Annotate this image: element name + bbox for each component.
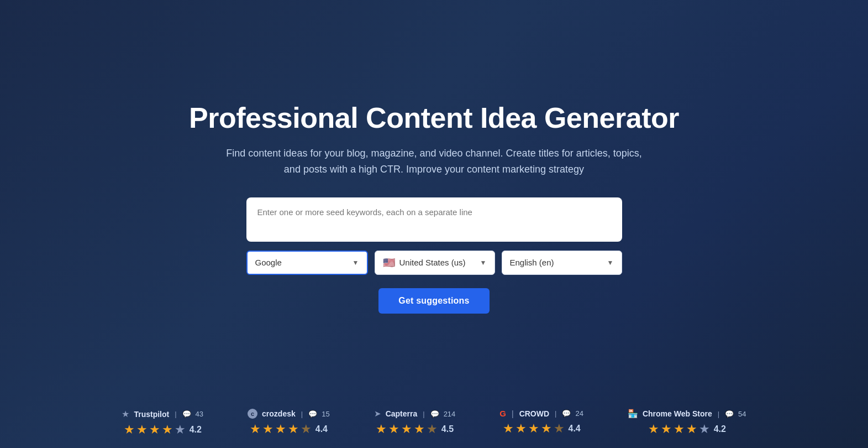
search-engine-label: Google [255, 258, 282, 267]
trustpilot-label: Trustpilot [134, 410, 169, 419]
g2crowd-icon: G [499, 409, 506, 418]
comment-icon-crozdesk: 💬 [308, 410, 317, 418]
hero-section: Professional Content Idea Generator Find… [0, 101, 868, 314]
crozdesk-icon: c [248, 409, 257, 419]
comment-icon-g2: 💬 [562, 409, 571, 418]
chrome-rating: 4.2 [714, 424, 726, 434]
crozdesk-count: 15 [322, 410, 329, 418]
chrome-icon: 🏪 [628, 409, 638, 419]
trustpilot-rating: 4.2 [190, 425, 202, 435]
rating-crozdesk: c crozdesk | 💬 15 ★ ★ ★ ★ ★ 4.4 [248, 409, 330, 436]
chrome-count: 54 [738, 410, 746, 418]
language-chevron-icon: ▼ [607, 259, 614, 267]
chrome-label: Chrome Web Store [643, 409, 712, 418]
capterra-icon: ➤ [374, 409, 381, 419]
trustpilot-star-icon: ★ [122, 409, 129, 419]
rating-g2crowd: G | CROWD | 💬 24 ★ ★ ★ ★ ★ 4.4 [499, 409, 583, 436]
capterra-header: ➤ Capterra | 💬 214 [374, 409, 456, 419]
country-dropdown[interactable]: 🇺🇸 United States (us) ▼ [375, 251, 495, 275]
crozdesk-label: crozdesk [262, 409, 296, 418]
comment-icon-chrome: 💬 [725, 410, 734, 418]
country-chevron-icon: ▼ [480, 259, 487, 267]
capterra-rating: 4.5 [441, 424, 454, 434]
controls-row: Google ▼ 🇺🇸 United States (us) ▼ English… [246, 251, 622, 275]
page-title: Professional Content Idea Generator [189, 101, 679, 134]
g2crowd-rating: 4.4 [569, 424, 581, 434]
crozdesk-rating: 4.4 [315, 424, 328, 434]
g2crowd-header: G | CROWD | 💬 24 [499, 409, 583, 418]
chrome-header: 🏪 Chrome Web Store | 💬 54 [628, 409, 746, 419]
language-label: English (en) [510, 258, 554, 267]
rating-trustpilot: ★ Trustpilot | 💬 43 ★ ★ ★ ★ ★ 4.2 [122, 409, 203, 437]
trustpilot-count: 43 [196, 410, 203, 418]
chrome-stars: ★ ★ ★ ★ ★ 4.2 [648, 422, 726, 436]
search-engine-dropdown[interactable]: Google ▼ [246, 251, 368, 275]
comment-icon: 💬 [182, 410, 191, 418]
capterra-label: Capterra [386, 409, 418, 418]
rating-capterra: ➤ Capterra | 💬 214 ★ ★ ★ ★ ★ 4.5 [374, 409, 456, 436]
keyword-input[interactable] [246, 197, 622, 242]
crozdesk-stars: ★ ★ ★ ★ ★ 4.4 [250, 422, 328, 436]
get-suggestions-button[interactable]: Get suggestions [378, 288, 489, 314]
country-flag-icon: 🇺🇸 [383, 257, 395, 269]
capterra-count: 214 [444, 410, 456, 418]
ratings-bar: ★ Trustpilot | 💬 43 ★ ★ ★ ★ ★ 4.2 c croz… [0, 393, 868, 448]
trustpilot-stars: ★ ★ ★ ★ ★ 4.2 [124, 423, 202, 437]
g2crowd-count: 24 [575, 409, 583, 418]
hero-subtitle: Find content ideas for your blog, magazi… [224, 145, 644, 178]
trustpilot-header: ★ Trustpilot | 💬 43 [122, 409, 203, 419]
g2crowd-label: CROWD [519, 409, 549, 418]
search-engine-chevron-icon: ▼ [353, 259, 359, 267]
rating-chrome-webstore: 🏪 Chrome Web Store | 💬 54 ★ ★ ★ ★ ★ 4.2 [628, 409, 746, 436]
comment-icon-capterra: 💬 [430, 410, 439, 418]
g2crowd-stars: ★ ★ ★ ★ ★ 4.4 [503, 421, 581, 436]
language-dropdown[interactable]: English (en) ▼ [502, 251, 622, 275]
crozdesk-header: c crozdesk | 💬 15 [248, 409, 330, 419]
capterra-stars: ★ ★ ★ ★ ★ 4.5 [376, 422, 454, 436]
country-label: 🇺🇸 United States (us) [383, 257, 466, 269]
